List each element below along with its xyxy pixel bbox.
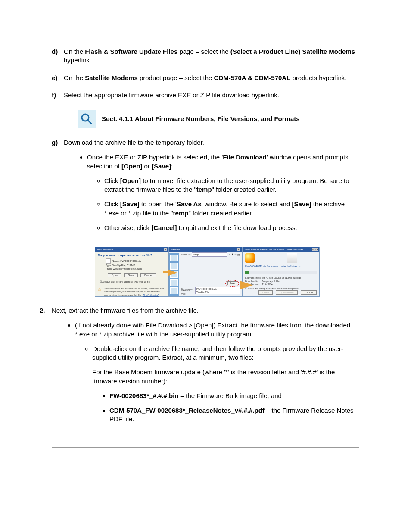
progress-file-label: FW-0000408D.zip from www.comtechefdata.c… — [243, 264, 319, 268]
step-d: d) On the Flash & Software Update Files … — [52, 47, 359, 65]
section-reference-text: Sect. 4.1.1 About Firmware Numbers, File… — [102, 115, 300, 123]
document-icon — [287, 253, 297, 263]
step-g-cancel: Otherwise, click [Cancel] to quit and ex… — [104, 224, 359, 232]
download-progress-dialog: 6% of FW-0000408D.zip from www.comtechef… — [242, 247, 320, 297]
save-as-type-field[interactable]: WinZip File — [195, 290, 240, 294]
step-g-body: Download the archive file to the tempora… — [64, 138, 359, 238]
step-g-save: Click [Save] to open the 'Save As' windo… — [104, 200, 359, 218]
step-f-body: Select the appropriate firmware archive … — [64, 91, 359, 100]
footer-rule — [52, 447, 359, 448]
file-download-titlebar: File Download × — [95, 247, 168, 252]
close-checkbox[interactable]: Close this dialog box when download comp… — [248, 287, 299, 290]
section-reference: Sect. 4.1.1 About Firmware Numbers, File… — [78, 110, 359, 128]
step-g-label: g) — [52, 138, 64, 238]
step-g: g) Download the archive file to the temp… — [52, 138, 359, 238]
progress-bar — [245, 271, 317, 274]
step-e-body: On the Satellite Modems product page – s… — [64, 74, 359, 82]
step-d-label: d) — [52, 47, 64, 65]
step-2-sub-1: Double-click on the archive file name, a… — [92, 345, 359, 424]
step-2-label: 2. — [40, 306, 52, 430]
arrow-icon — [240, 281, 253, 289]
file-download-question: Do you want to open or save this file? — [95, 252, 168, 258]
step-2: 2. Next, extract the firmware files from… — [40, 306, 359, 430]
step-g-open: Click [Open] to turn over file extractio… — [104, 177, 359, 194]
open-button[interactable]: Open — [108, 273, 122, 277]
file-icon — [106, 258, 111, 264]
step-d-body: On the Flash & Software Update Files pag… — [64, 47, 359, 65]
magnifier-icon — [78, 110, 96, 128]
close-icon[interactable]: × — [316, 248, 318, 251]
save-in-field[interactable]: temp — [192, 252, 227, 257]
close-icon[interactable]: × — [237, 248, 240, 251]
step-2-bullet-1: (If not already done with File Download … — [75, 321, 359, 339]
dialog-figure: File Download × Do you want to open or s… — [95, 247, 359, 297]
open-folder-button: Open Folder — [276, 290, 298, 295]
save-button[interactable]: Save — [124, 273, 138, 277]
cancel-button[interactable]: Cancel — [301, 290, 317, 295]
step-g-bullet-1: Once the EXE or ZIP hyperlink is selecte… — [87, 153, 359, 232]
progress-titlebar: 6% of FW-0000408D.zip from www.comtechef… — [243, 247, 319, 252]
cancel-button[interactable]: Cancel — [140, 273, 156, 277]
step-e: e) On the Satellite Modems product page … — [52, 74, 359, 82]
open-button: Open — [258, 290, 273, 295]
new-folder-icon[interactable]: ✧ — [234, 253, 237, 256]
close-icon[interactable]: × — [164, 248, 167, 251]
svg-line-1 — [88, 120, 91, 124]
step-f-label: f) — [52, 91, 64, 100]
step-2-file-1: FW-0020683*_#.#.#.bin – the Firmware Bul… — [109, 392, 359, 400]
save-as-titlebar: Save As × — [169, 247, 242, 252]
maximize-icon[interactable]: □ — [314, 248, 316, 251]
highlight-oval — [225, 280, 239, 287]
step-e-label: e) — [52, 74, 64, 82]
arrow-icon — [168, 269, 177, 276]
step-2-file-2: CDM-570A_FW-0020683*_ReleaseNotes_v#.#.#… — [109, 406, 359, 424]
up-icon[interactable]: ⬆ — [231, 253, 234, 256]
file-download-dialog: File Download × Do you want to open or s… — [95, 247, 169, 297]
step-2-body: Next, extract the firmware files from th… — [52, 306, 359, 430]
save-as-dialog: Save As × Save in: temp ◁ ⬆ ✧ ▤ Save Fil… — [169, 247, 242, 297]
step-f: f) Select the appropriate firmware archi… — [52, 91, 359, 100]
warning-note: ⚠ While files from the Internet can be u… — [95, 286, 168, 298]
always-ask-checkbox[interactable]: Always ask before opening this type of f… — [102, 280, 150, 283]
globe-icon — [245, 253, 255, 263]
view-icon[interactable]: ▤ — [237, 253, 240, 256]
back-icon[interactable]: ◁ — [228, 253, 230, 256]
minimize-icon[interactable]: – — [312, 248, 313, 251]
